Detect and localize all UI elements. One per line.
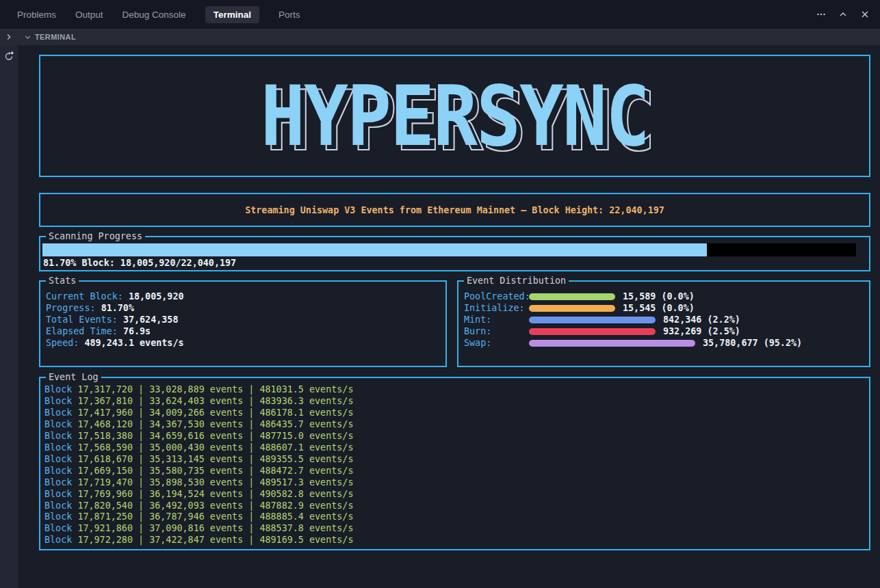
close-panel-icon[interactable] bbox=[859, 9, 870, 20]
stat-label: Total Events: bbox=[46, 315, 118, 325]
log-row: Block 17,871,250 | 36,787,946 events | 4… bbox=[44, 511, 869, 523]
event-distribution-panel: Event Distribution PoolCreated:15,589 (0… bbox=[457, 280, 870, 367]
stat-value: 18,005,920 bbox=[129, 291, 184, 302]
stats-panel: Stats Current Block: 18,005,920Progress:… bbox=[39, 280, 447, 367]
log-row-text: 17,769,960 | 36,194,524 events | 490582.… bbox=[77, 489, 353, 499]
stats-rows: Current Block: 18,005,920Progress: 81.70… bbox=[46, 291, 445, 349]
event-log-panel: Event Log Block 17,317,720 | 33,028,889 … bbox=[39, 377, 870, 550]
terminal-panel-header: TERMINAL bbox=[0, 29, 880, 45]
progress-status-text: 81.70% Block: 18,005,920/22,040,197 bbox=[43, 257, 236, 269]
log-block-prefix: Block bbox=[44, 431, 77, 441]
app-banner: HYPERSYNC HYPERSYNC bbox=[261, 109, 649, 122]
log-row-text: 17,468,120 | 34,367,530 events | 486435.… bbox=[77, 419, 353, 429]
panel-controls bbox=[816, 9, 880, 20]
log-row-text: 17,719,470 | 35,898,530 events | 489517.… bbox=[77, 477, 353, 487]
stat-value: 489,243.1 events/s bbox=[84, 338, 183, 348]
log-block-prefix: Block bbox=[44, 396, 77, 406]
log-row-text: 17,921,860 | 37,090,816 events | 488537.… bbox=[77, 523, 353, 533]
tab-list: ProblemsOutputDebug ConsoleTerminalPorts bbox=[0, 6, 300, 23]
distribution-label: Mint: bbox=[464, 314, 529, 325]
distribution-label: Initialize: bbox=[464, 302, 529, 314]
log-block-prefix: Block bbox=[44, 442, 77, 453]
log-block-prefix: Block bbox=[44, 535, 77, 545]
log-row: Block 17,568,590 | 35,000,430 events | 4… bbox=[44, 442, 869, 454]
tab-label: Terminal bbox=[213, 10, 251, 20]
log-block-prefix: Block bbox=[44, 511, 77, 522]
log-row: Block 17,921,860 | 37,090,816 events | 4… bbox=[44, 523, 869, 535]
tab-ports[interactable]: Ports bbox=[279, 10, 300, 20]
log-row: Block 17,669,150 | 35,580,735 events | 4… bbox=[44, 466, 869, 477]
event-log-title: Event Log bbox=[46, 371, 101, 383]
log-row: Block 17,618,670 | 35,313,145 events | 4… bbox=[44, 454, 869, 466]
panel-tab-bar: ProblemsOutputDebug ConsoleTerminalPorts bbox=[0, 0, 880, 29]
event-log-rows: Block 17,317,720 | 33,028,889 events | 4… bbox=[44, 384, 869, 546]
stat-value: 81.70% bbox=[101, 303, 134, 313]
log-row-text: 17,972,280 | 37,422,847 events | 489169.… bbox=[77, 535, 353, 545]
banner-box: HYPERSYNC HYPERSYNC bbox=[39, 55, 870, 177]
chevron-down-icon[interactable] bbox=[23, 33, 32, 42]
log-row: Block 17,468,120 | 34,367,530 events | 4… bbox=[44, 419, 869, 431]
stats-title: Stats bbox=[46, 275, 79, 286]
distribution-row: Initialize:15,545 (0.0%) bbox=[464, 302, 869, 314]
stat-value: 37,624,358 bbox=[123, 315, 179, 325]
stat-row: Elapsed Time: 76.9s bbox=[46, 325, 445, 337]
stat-label: Progress: bbox=[46, 303, 96, 313]
maximize-panel-icon[interactable] bbox=[838, 9, 849, 20]
more-actions-icon[interactable] bbox=[816, 9, 827, 20]
stat-row: Speed: 489,243.1 events/s bbox=[46, 337, 445, 349]
distribution-label: Swap: bbox=[464, 337, 529, 349]
distribution-bar bbox=[529, 305, 615, 312]
log-row: Block 17,719,470 | 35,898,530 events | 4… bbox=[44, 477, 869, 489]
distribution-row: Burn:932,269 (2.5%) bbox=[464, 325, 869, 337]
sync-icon[interactable] bbox=[0, 51, 18, 62]
distribution-bar bbox=[529, 328, 656, 335]
log-block-prefix: Block bbox=[44, 419, 77, 429]
log-block-prefix: Block bbox=[44, 477, 77, 487]
subtitle-box: Streaming Uniswap V3 Events from Ethereu… bbox=[39, 193, 870, 227]
distribution-value: 15,589 (0.0%) bbox=[623, 291, 695, 302]
chevron-right-icon[interactable] bbox=[0, 32, 18, 42]
tab-label: Output bbox=[75, 10, 103, 20]
progress-bar bbox=[42, 243, 856, 256]
stat-label: Current Block: bbox=[46, 291, 123, 302]
event-distribution-title: Event Distribution bbox=[464, 275, 569, 286]
terminal-content: HYPERSYNC HYPERSYNC Streaming Uniswap V3… bbox=[18, 45, 880, 588]
log-row: Block 17,367,810 | 33,624,403 events | 4… bbox=[44, 396, 869, 407]
log-block-prefix: Block bbox=[44, 489, 77, 499]
log-row-text: 17,669,150 | 35,580,735 events | 488472.… bbox=[77, 466, 353, 476]
log-row-text: 17,367,810 | 33,624,403 events | 483936.… bbox=[77, 396, 353, 406]
stat-label: Speed: bbox=[46, 338, 79, 348]
distribution-bar bbox=[529, 317, 656, 323]
scanning-progress-title: Scanning Progress bbox=[46, 230, 145, 242]
log-row-text: 17,417,960 | 34,009,266 events | 486178.… bbox=[77, 407, 353, 418]
tab-label: Problems bbox=[17, 10, 56, 20]
left-rail bbox=[0, 45, 18, 588]
vscode-terminal-panel: ProblemsOutputDebug ConsoleTerminalPorts bbox=[0, 0, 880, 588]
log-block-prefix: Block bbox=[44, 523, 77, 533]
distribution-bar bbox=[529, 340, 695, 347]
log-row: Block 17,820,540 | 36,492,093 events | 4… bbox=[44, 500, 869, 512]
log-row-text: 17,518,380 | 34,659,616 events | 487715.… bbox=[77, 431, 353, 441]
log-row: Block 17,417,960 | 34,009,266 events | 4… bbox=[44, 407, 869, 419]
tab-debug-console[interactable]: Debug Console bbox=[122, 10, 186, 20]
distribution-label: PoolCreated: bbox=[464, 291, 529, 302]
banner-title: HYPERSYNC bbox=[261, 109, 649, 122]
log-row: Block 17,972,280 | 37,422,847 events | 4… bbox=[44, 535, 869, 546]
distribution-row: Swap:35,780,677 (95.2%) bbox=[464, 337, 869, 349]
stat-row: Progress: 81.70% bbox=[46, 302, 445, 314]
tab-problems[interactable]: Problems bbox=[17, 10, 56, 20]
tab-terminal[interactable]: Terminal bbox=[205, 6, 259, 23]
log-block-prefix: Block bbox=[44, 500, 77, 511]
stat-value: 76.9s bbox=[123, 326, 151, 336]
log-block-prefix: Block bbox=[44, 384, 77, 395]
tab-output[interactable]: Output bbox=[75, 10, 103, 20]
log-row: Block 17,769,960 | 36,194,524 events | 4… bbox=[44, 489, 869, 500]
log-row-text: 17,618,670 | 35,313,145 events | 489355.… bbox=[77, 454, 353, 464]
distribution-bar bbox=[529, 293, 615, 300]
log-row: Block 17,317,720 | 33,028,889 events | 4… bbox=[44, 384, 869, 396]
log-row-text: 17,820,540 | 36,492,093 events | 487882.… bbox=[77, 500, 353, 511]
log-block-prefix: Block bbox=[44, 454, 77, 464]
log-row-text: 17,317,720 | 33,028,889 events | 481031.… bbox=[77, 384, 353, 395]
scanning-progress-panel: Scanning Progress 81.70% Block: 18,005,9… bbox=[39, 236, 870, 271]
log-block-prefix: Block bbox=[44, 407, 77, 418]
